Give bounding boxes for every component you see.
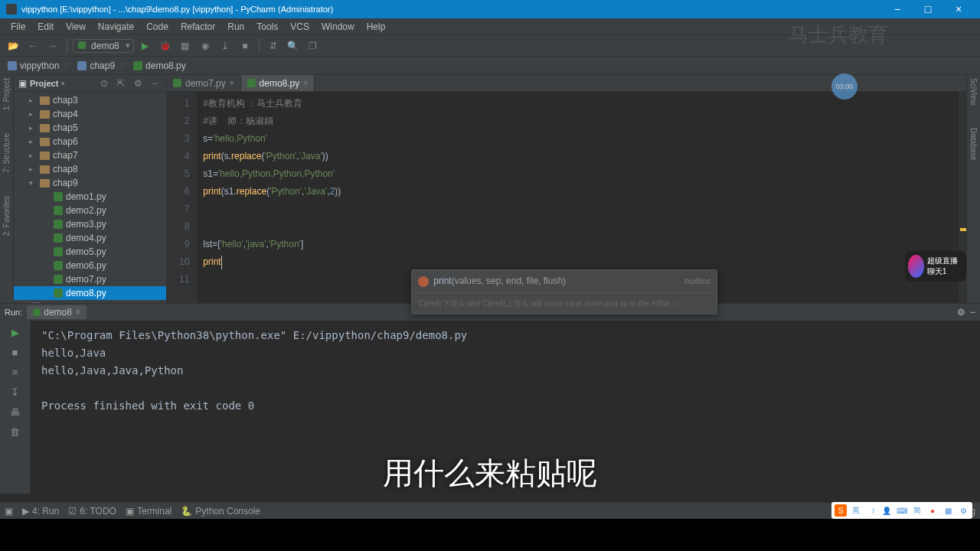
tool-database[interactable]: Database bbox=[969, 128, 978, 161]
menu-file[interactable]: File bbox=[5, 20, 31, 34]
ime-person-icon[interactable]: 👤 bbox=[880, 504, 893, 517]
ime-jian-icon[interactable]: 简 bbox=[911, 504, 923, 517]
run-config-selector[interactable]: demo8 bbox=[73, 39, 134, 53]
stop-run-icon[interactable]: ■ bbox=[8, 345, 23, 359]
breadcrumb-file[interactable]: demo8.py bbox=[130, 59, 189, 73]
tool-favorites[interactable]: 2: Favorites bbox=[2, 196, 11, 236]
search-icon[interactable]: 🔍 bbox=[285, 37, 302, 54]
run-tool-window: Run: demo8 × ⚙ − ▶ ■ ≡ ↧ 🖶 🗑 "C:\Program… bbox=[0, 303, 980, 494]
settings-icon[interactable]: ⚙ bbox=[131, 77, 145, 90]
rerun-icon[interactable]: ▶ bbox=[8, 325, 23, 339]
tool-sciview[interactable]: SciView bbox=[969, 78, 978, 105]
locate-icon[interactable]: ⊙ bbox=[97, 77, 111, 90]
menu-bar: FileEditViewNavigateCodeRefactorRunTools… bbox=[0, 18, 980, 35]
collapse-icon[interactable]: ⇱ bbox=[114, 77, 128, 90]
tree-folder-chap3[interactable]: ▸chap3 bbox=[14, 93, 166, 107]
structure-icon[interactable]: ❐ bbox=[305, 37, 322, 54]
tool-project[interactable]: 1: Project bbox=[2, 78, 11, 110]
tree-folder-chap9[interactable]: ▾chap9 bbox=[14, 176, 166, 190]
stream-widget[interactable]: 超级直播 聊天1 bbox=[905, 251, 966, 282]
stop-icon[interactable]: ■ bbox=[237, 37, 253, 54]
editor-tab-demo7-py[interactable]: demo7.py× bbox=[167, 75, 241, 91]
tree-external-libs[interactable]: ▸External Libraries bbox=[14, 300, 166, 303]
open-icon[interactable]: 📂 bbox=[5, 37, 21, 54]
tree-file-demo8-py[interactable]: demo8.py bbox=[14, 286, 166, 300]
project-tree[interactable]: ▸chap3▸chap4▸chap5▸chap6▸chap7▸chap8▾cha… bbox=[14, 92, 166, 303]
status-pyconsole[interactable]: 🐍 Python Console bbox=[181, 506, 260, 517]
tree-file-demo1-py[interactable]: demo1.py bbox=[14, 190, 166, 204]
tool-structure[interactable]: 7: Structure bbox=[2, 133, 11, 173]
tree-file-demo6-py[interactable]: demo6.py bbox=[14, 259, 166, 272]
editor-tab-demo8-py[interactable]: demo8.py× bbox=[241, 75, 315, 91]
menu-vcs[interactable]: VCS bbox=[284, 20, 315, 34]
scroll-end-icon[interactable]: ↧ bbox=[8, 385, 23, 399]
forward-icon[interactable]: → bbox=[44, 37, 61, 54]
menu-tools[interactable]: Tools bbox=[250, 20, 284, 34]
left-tool-strip: 1: Project 7: Structure 2: Favorites bbox=[0, 75, 14, 303]
menu-run[interactable]: Run bbox=[221, 20, 250, 34]
code-body[interactable]: #教育机构 ：马士兵教育 #讲 师：杨淑娟 s='hello,Python' p… bbox=[197, 92, 959, 303]
run-tab[interactable]: demo8 × bbox=[27, 305, 87, 319]
debug-icon[interactable]: 🐞 bbox=[157, 37, 174, 54]
status-todo[interactable]: ☑ 6: TODO bbox=[68, 506, 116, 517]
menu-view[interactable]: View bbox=[60, 20, 92, 34]
warning-marker[interactable] bbox=[960, 228, 966, 231]
hide-icon[interactable]: − bbox=[148, 77, 162, 90]
code-editor[interactable]: 1234567891011 #教育机构 ：马士兵教育 #讲 师：杨淑娟 s='h… bbox=[167, 92, 966, 303]
tree-file-demo7-py[interactable]: demo7.py bbox=[14, 272, 166, 286]
tree-folder-chap8[interactable]: ▸chap8 bbox=[14, 162, 166, 176]
menu-code[interactable]: Code bbox=[140, 20, 175, 34]
layout-icon[interactable]: ≡ bbox=[8, 365, 23, 379]
ime-lang[interactable]: 英 bbox=[850, 504, 862, 517]
ime-tray[interactable]: S 英 ☽ 👤 ⌨ 简 ● ▦ ⚙ bbox=[831, 502, 972, 519]
toolbar: 📂 ← → demo8 ▶ 🐞 ▦ ◉ ⤓ ■ ⇵ 🔍 ❐ bbox=[0, 35, 980, 57]
vcs-icon[interactable]: ⇵ bbox=[265, 37, 282, 54]
ime-moon-icon[interactable]: ☽ bbox=[865, 504, 877, 517]
tree-file-demo5-py[interactable]: demo5.py bbox=[14, 245, 166, 259]
ime-icon[interactable]: S bbox=[835, 504, 847, 517]
breadcrumb-folder[interactable]: chap9 bbox=[74, 59, 118, 73]
suggestion-source: builtins bbox=[684, 272, 710, 290]
ime-keyboard-icon[interactable]: ⌨ bbox=[896, 504, 908, 517]
tree-folder-chap4[interactable]: ▸chap4 bbox=[14, 107, 166, 121]
ime-rec-icon[interactable]: ● bbox=[926, 504, 939, 517]
coverage-icon[interactable]: ▦ bbox=[177, 37, 194, 54]
console-output[interactable]: "C:\Program Files\Python38\python.exe" E… bbox=[31, 321, 980, 494]
tree-file-demo2-py[interactable]: demo2.py bbox=[14, 204, 166, 217]
menu-navigate[interactable]: Navigate bbox=[92, 20, 140, 34]
menu-help[interactable]: Help bbox=[361, 20, 392, 34]
tree-folder-chap5[interactable]: ▸chap5 bbox=[14, 121, 166, 135]
menu-refactor[interactable]: Refactor bbox=[175, 20, 221, 34]
tree-file-demo4-py[interactable]: demo4.py bbox=[14, 231, 166, 245]
minimize-button[interactable]: − bbox=[882, 0, 913, 18]
project-panel: ▣ Project ▾ ⊙ ⇱ ⚙ − ▸chap3▸chap4▸chap5▸c… bbox=[14, 75, 167, 303]
suggestion-item[interactable]: print(values, sep, end, file, flush) bui… bbox=[412, 270, 717, 292]
tree-file-demo3-py[interactable]: demo3.py bbox=[14, 217, 166, 231]
menu-edit[interactable]: Edit bbox=[31, 20, 60, 34]
tree-folder-chap7[interactable]: ▸chap7 bbox=[14, 148, 166, 162]
ime-gear-icon[interactable]: ⚙ bbox=[957, 504, 969, 517]
maximize-button[interactable]: □ bbox=[913, 0, 943, 18]
code-completion-popup[interactable]: print(values, sep, end, file, flush) bui… bbox=[411, 269, 717, 315]
run-settings-icon[interactable]: ⚙ bbox=[957, 307, 965, 318]
video-black-bar bbox=[0, 519, 980, 551]
editor-area: demo7.py×demo8.py× 1234567891011 #教育机构 ：… bbox=[167, 75, 966, 303]
close-button[interactable]: × bbox=[943, 0, 974, 18]
right-tool-strip: SciView Database bbox=[966, 75, 980, 303]
run-icon[interactable]: ▶ bbox=[137, 37, 154, 54]
breadcrumb-root[interactable]: vippython bbox=[5, 59, 62, 73]
ime-tool-icon[interactable]: ▦ bbox=[942, 504, 954, 517]
run-hide-icon[interactable]: − bbox=[970, 307, 975, 318]
status-terminal[interactable]: ▣ Terminal bbox=[126, 506, 172, 517]
status-run[interactable]: ▶ 4: Run bbox=[22, 506, 59, 517]
tree-folder-chap6[interactable]: ▸chap6 bbox=[14, 135, 166, 148]
print-icon[interactable]: 🖶 bbox=[8, 405, 23, 419]
profile-icon[interactable]: ◉ bbox=[197, 37, 214, 54]
show-tools-icon[interactable]: ▣ bbox=[5, 506, 13, 517]
menu-window[interactable]: Window bbox=[315, 20, 361, 34]
attach-icon[interactable]: ⤓ bbox=[217, 37, 234, 54]
back-icon[interactable]: ← bbox=[24, 37, 41, 54]
window-title: vippython [E:\vippython] - ...\chap9\dem… bbox=[21, 5, 882, 14]
python-file-icon bbox=[133, 61, 142, 70]
clear-icon[interactable]: 🗑 bbox=[8, 425, 23, 439]
